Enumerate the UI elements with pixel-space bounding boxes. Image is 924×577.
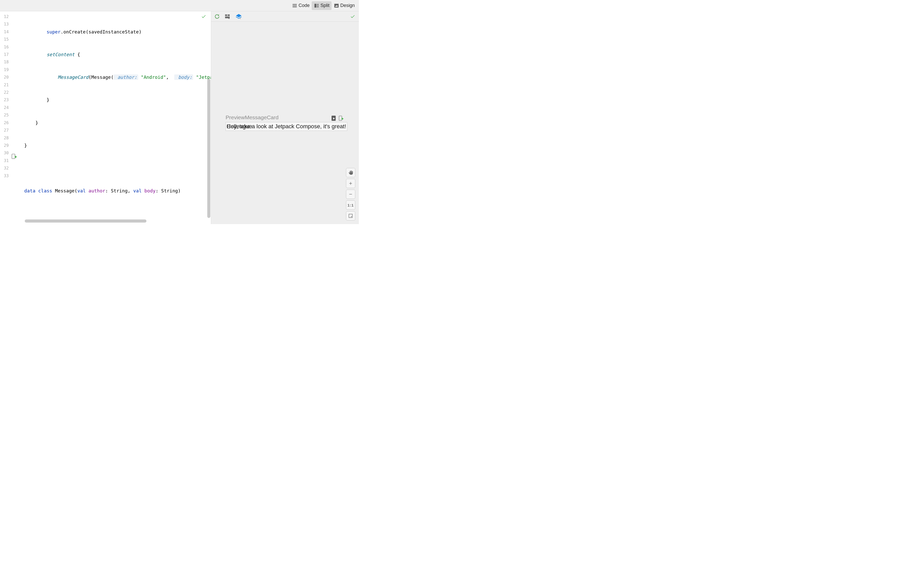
layers-icon[interactable] xyxy=(235,13,242,19)
svg-rect-1 xyxy=(334,3,339,8)
preview-ok-icon[interactable] xyxy=(350,14,355,19)
preview-pane: PreviewMessageCard Colleague Hey, take a… xyxy=(211,11,359,224)
editor[interactable]: 1213141516171819202122232425262728293031… xyxy=(0,11,211,224)
view-tab-code[interactable]: Code xyxy=(290,1,312,10)
hand-icon xyxy=(348,170,353,175)
preview-text-body: Hey, take a look at Jetpack Compose, it'… xyxy=(227,123,346,130)
line-number: 28 xyxy=(0,134,10,142)
view-tab-split-label: Split xyxy=(320,3,330,8)
editor-horizontal-scrollbar[interactable] xyxy=(25,219,147,222)
svg-rect-10 xyxy=(349,214,352,218)
top-toolbar: Code Split Design xyxy=(0,0,359,11)
preview-content: PreviewMessageCard Colleague Hey, take a… xyxy=(211,22,359,131)
pan-button[interactable] xyxy=(346,168,355,177)
view-tabs: Code Split Design xyxy=(290,1,357,10)
image-icon xyxy=(334,3,339,8)
editor-pane: 1213141516171819202122232425262728293031… xyxy=(0,11,211,224)
zoom-controls: 1:1 xyxy=(346,168,355,221)
layout-icon[interactable] xyxy=(225,14,231,19)
list-icon xyxy=(292,3,297,8)
fit-icon xyxy=(348,214,353,218)
line-number: 14 xyxy=(0,28,10,35)
zoom-ratio-label: 1:1 xyxy=(347,203,354,207)
svg-point-3 xyxy=(13,158,14,158)
preview-render[interactable]: Colleague Hey, take a look at Jetpack Co… xyxy=(226,122,347,131)
svg-rect-0 xyxy=(315,3,316,8)
preview-title: PreviewMessageCard xyxy=(226,114,278,121)
main-area: 1213141516171819202122232425262728293031… xyxy=(0,11,359,224)
line-number: 23 xyxy=(0,96,10,103)
line-number: 13 xyxy=(0,20,10,28)
line-number: 27 xyxy=(0,126,10,134)
zoom-fit-button[interactable] xyxy=(346,211,355,221)
line-number: 22 xyxy=(0,89,10,96)
line-number: 18 xyxy=(0,58,10,66)
preview-toolbar xyxy=(211,11,359,22)
line-number: 19 xyxy=(0,66,10,73)
line-number: 30 xyxy=(0,149,10,156)
line-number: 26 xyxy=(0,119,10,126)
split-icon xyxy=(314,3,320,8)
line-number: 17 xyxy=(0,51,10,58)
line-number: 24 xyxy=(0,104,10,111)
svg-rect-4 xyxy=(225,15,227,16)
view-tab-design-label: Design xyxy=(340,3,355,8)
line-number: 29 xyxy=(0,142,10,149)
code-body[interactable]: super.onCreate(savedInstanceState) setCo… xyxy=(19,11,211,224)
zoom-out-button[interactable] xyxy=(346,190,355,199)
plus-icon xyxy=(348,181,353,186)
line-number: 25 xyxy=(0,111,10,119)
line-number: 32 xyxy=(0,164,10,172)
line-number: 33 xyxy=(0,172,10,179)
minus-icon xyxy=(348,192,353,197)
line-number: 12 xyxy=(0,13,10,20)
deploy-preview-icon[interactable] xyxy=(339,115,344,121)
line-number: 31 xyxy=(0,157,10,164)
refresh-icon[interactable] xyxy=(214,14,220,19)
zoom-reset-button[interactable]: 1:1 xyxy=(346,200,355,210)
gutter-icons xyxy=(10,11,19,224)
svg-rect-5 xyxy=(228,15,230,16)
view-tab-design[interactable]: Design xyxy=(331,1,357,10)
view-tab-split[interactable]: Split xyxy=(312,1,331,10)
svg-point-9 xyxy=(340,119,341,120)
preview-run-icon[interactable] xyxy=(11,153,18,159)
zoom-in-button[interactable] xyxy=(346,179,355,188)
line-number: 15 xyxy=(0,35,10,43)
line-gutter: 1213141516171819202122232425262728293031… xyxy=(0,11,10,224)
view-tab-code-label: Code xyxy=(299,3,310,8)
inspection-ok-icon[interactable] xyxy=(201,14,206,19)
svg-rect-6 xyxy=(225,16,230,18)
line-number: 16 xyxy=(0,43,10,51)
line-number: 21 xyxy=(0,81,10,89)
line-number: 20 xyxy=(0,73,10,81)
interactive-preview-icon[interactable] xyxy=(331,115,336,121)
editor-vertical-scrollbar[interactable] xyxy=(207,79,210,218)
